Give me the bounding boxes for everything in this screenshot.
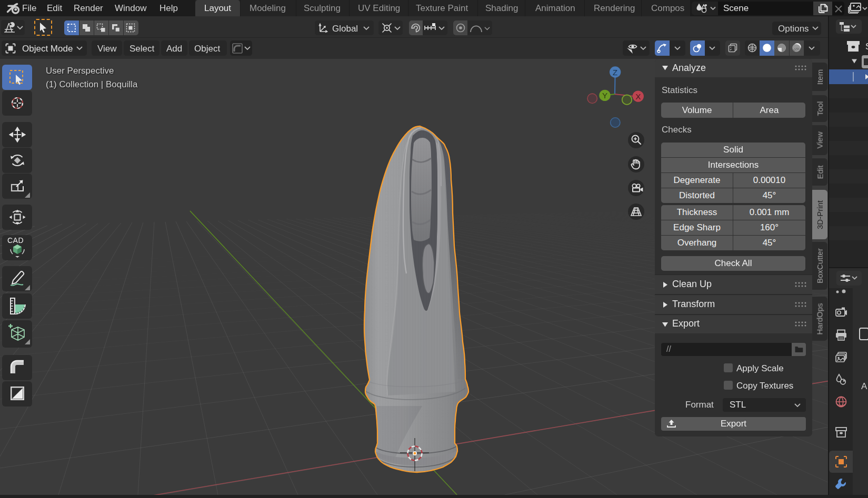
svg-text:X: X [635,92,641,101]
svg-text:Y: Y [602,91,607,100]
svg-text:Z: Z [613,68,617,77]
